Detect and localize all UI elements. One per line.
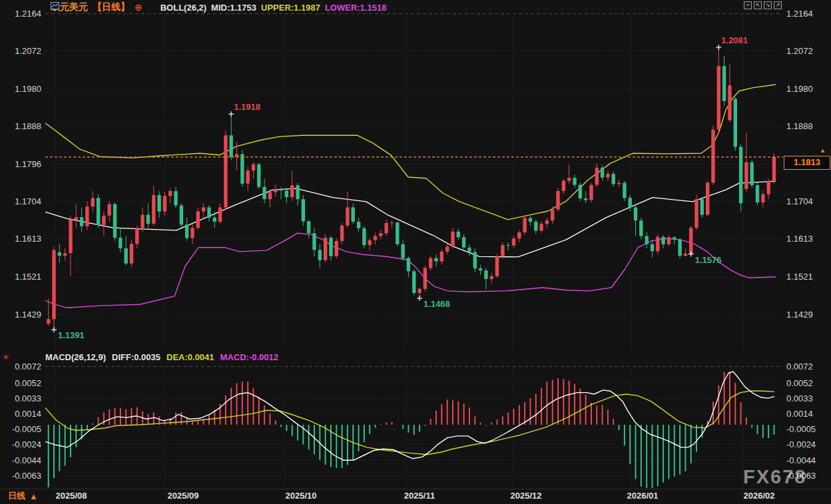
y-axis-label-right: 1.2164 (786, 9, 813, 19)
y-axis-label-right: 1.1704 (786, 196, 813, 206)
macd-axis-label-right: 0.0072 (786, 362, 813, 372)
macd-lines (45, 372, 774, 460)
snap-downright-icon[interactable]: ↘ (764, 1, 772, 9)
watermark: FX678 (743, 466, 806, 488)
chart-window: 1.13911.19181.14681.15761.20811.21641.21… (0, 0, 831, 504)
chart-toolbar: + ↖ ↘ ↗ (744, 1, 782, 9)
extreme-price-label: 1.1468 (423, 299, 450, 309)
extreme-price-label: 1.2081 (721, 35, 748, 45)
macd-dea-line (45, 391, 774, 455)
macd-header: MACD(26,12,9) DIFF:0.0035 DEA:0.0041 MAC… (45, 352, 278, 362)
y-axis-label-right: 1.1429 (786, 310, 813, 320)
candlestick-chart-canvas[interactable]: 1.13911.19181.14681.15761.20811.21641.21… (0, 0, 831, 504)
crosshair-icon[interactable]: + (744, 1, 752, 9)
extreme-price-label: 1.1391 (58, 330, 85, 340)
price-up-arrow-icon: ▲ (820, 147, 826, 154)
macd-axis-label-right: -0.0024 (786, 439, 816, 449)
timeframe-arrow-icon: ▲ (29, 491, 38, 501)
y-axis-label-right: 1.1980 (786, 84, 813, 94)
macd-axis-label-left: -0.0024 (12, 439, 41, 449)
timeframe-label: 日线 (8, 490, 25, 502)
main-chart-header: 欧元美元 【日线】 ⊕ BOLL(26,2) MID:1.1753 UPPER:… (51, 1, 386, 13)
macd-axis-label-left: 0.0052 (15, 378, 41, 388)
macd-histogram (49, 372, 774, 488)
live-indicator-icon: ☀ (2, 352, 10, 362)
boll-mid-value: MID:1.1753 (211, 3, 256, 13)
add-indicator-icon[interactable]: ⊕ (135, 2, 142, 13)
y-axis-label-left: 1.1521 (15, 272, 41, 282)
x-axis-date-label: 2025/10 (286, 491, 317, 501)
boll-lower-line (45, 233, 776, 308)
macd-axis-label-right: 0.0014 (786, 409, 813, 419)
macd-macd-value: MACD:-0.0012 (220, 352, 278, 362)
x-axis-date-label: 2025/08 (56, 491, 87, 501)
macd-axis-label-left: -0.0063 (12, 471, 41, 481)
macd-axis-label-left: -0.0044 (12, 455, 41, 465)
macd-axis-label-left: 0.0033 (15, 393, 41, 403)
x-axis-date-label: 2025/09 (168, 491, 199, 501)
macd-dea-value: DEA:0.0041 (166, 352, 214, 362)
boll-indicator-label: BOLL(26,2) (160, 3, 206, 13)
y-axis-label-left: 1.1429 (15, 310, 41, 320)
x-axis-date-label: 2025/12 (511, 491, 542, 501)
macd-axis-label-right: -0.0005 (786, 424, 816, 434)
candles-layer (47, 47, 776, 330)
y-axis-label-right: 1.2072 (786, 46, 813, 56)
macd-axis-label-right: 0.0052 (786, 378, 813, 388)
macd-axis-label-left: 0.0072 (15, 362, 41, 372)
y-axis-label-left: 1.1796 (15, 159, 41, 169)
macd-indicator-label: MACD(26,12,9) (45, 352, 106, 362)
y-axis-label-left: 1.2072 (15, 46, 41, 56)
timeframe-selector[interactable]: 日线 ▲ (8, 490, 38, 502)
mini-chart-icon (147, 3, 156, 12)
price-annotations: 1.13911.19181.14681.15761.2081 (51, 35, 748, 340)
y-axis-label-left: 1.1613 (15, 234, 41, 244)
y-axis-label-left: 1.1980 (15, 84, 41, 94)
macd-axis-label-right: -0.0044 (786, 455, 816, 465)
y-axis-label-right: 1.1521 (786, 272, 813, 282)
macd-diff-line (45, 372, 774, 460)
x-axis-date-label: 2025/11 (404, 491, 435, 501)
current-price-badge: 1.1813 (784, 156, 830, 170)
y-axis-label-left: 1.1888 (15, 121, 41, 131)
macd-axis-label-left: -0.0005 (12, 424, 41, 434)
extreme-price-label: 1.1918 (234, 102, 260, 112)
y-axis-label-right: 1.1888 (786, 121, 813, 131)
x-axis-date-label: 2026/02 (744, 491, 775, 501)
extreme-price-label: 1.1576 (695, 255, 722, 265)
boll-upper-value: UPPER:1.1987 (261, 3, 320, 13)
y-axis-label-right: 1.1613 (786, 234, 813, 244)
macd-axis-label-left: 0.0014 (15, 409, 41, 419)
snap-upleft-icon[interactable]: ↖ (754, 1, 762, 9)
y-axis-label-left: 1.2164 (15, 9, 41, 19)
boll-lower-value: LOWER:1.1518 (325, 3, 386, 13)
y-axis-label-left: 1.1704 (15, 196, 41, 206)
period-tag: 【日线】 (93, 1, 130, 13)
export-icon[interactable]: ↗ (774, 1, 782, 9)
macd-diff-value: DIFF:0.0035 (112, 352, 160, 362)
macd-axis-label-right: 0.0033 (786, 393, 813, 403)
x-axis-date-label: 2026/01 (627, 491, 659, 501)
